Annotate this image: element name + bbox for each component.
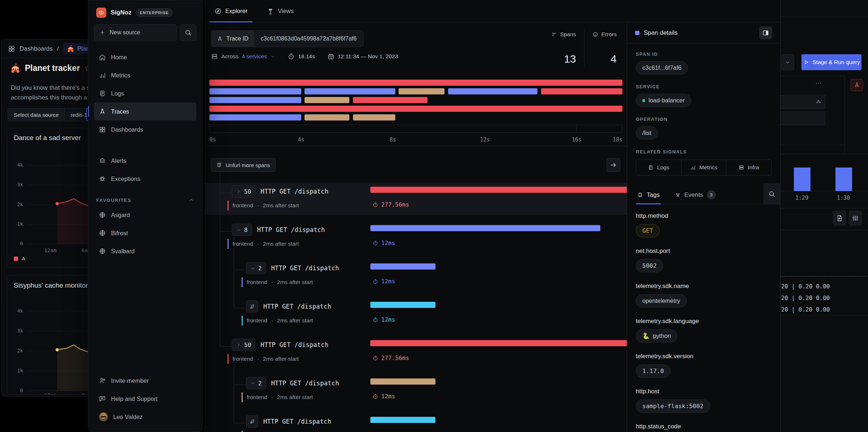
tag-key: telemetry.sdk.version	[636, 353, 771, 360]
expand-toggle[interactable]: 2	[246, 262, 266, 274]
unfurl-more-spans-button[interactable]: Unfurl more spans	[211, 158, 276, 172]
child-count: 50	[244, 188, 251, 195]
sidebar-item-dashboards[interactable]: Dashboards	[94, 120, 196, 139]
log-line[interactable]: 720 | 0.20 0.00	[778, 283, 830, 290]
x-axis-label: 12am	[44, 247, 56, 253]
tag-value: 5002	[642, 262, 657, 269]
span-row[interactable]: 2HTTP GET /dispatchfrontend·2ms after st…	[205, 375, 627, 407]
search-icon	[184, 29, 192, 36]
leaf-span-icon[interactable]	[246, 415, 258, 428]
tag-value-chip[interactable]: 🐍python	[636, 329, 677, 343]
operation-chip[interactable]: /list	[636, 126, 658, 140]
service-color-bar	[242, 277, 243, 287]
span-row[interactable]: 50HTTP GET /dispatchfrontend·2ms after s…	[205, 183, 627, 215]
minimap-brush[interactable]	[209, 125, 622, 133]
chevron-right-icon	[236, 342, 241, 347]
sidebar-item-label: Traces	[111, 108, 129, 115]
tree-connector	[220, 193, 232, 193]
y-axis-label: 3k	[11, 328, 23, 334]
collapse-panel-button[interactable]	[759, 26, 772, 39]
sidebar-item-asgard[interactable]: Asgard	[94, 206, 196, 224]
trace-id-chip[interactable]: Trace ID c3c61f0863d0a45998a72a7b8f6f7af…	[211, 30, 363, 47]
tab-tags[interactable]: Tags	[636, 186, 661, 204]
breadcrumb-root[interactable]: Dashboards	[20, 45, 53, 52]
tab-events[interactable]: Events 3	[673, 186, 717, 204]
span-row[interactable]: 50HTTP GET /dispatchfrontend·2ms after s…	[205, 336, 627, 368]
tags-search-button[interactable]	[763, 183, 780, 204]
panel-right-icon	[762, 29, 769, 37]
sidebar-item-home[interactable]: Home	[94, 48, 196, 66]
minimap-row[interactable]	[209, 106, 622, 112]
related-infra-button[interactable]: Infra	[726, 160, 771, 175]
sidebar-item-traces[interactable]: Traces	[94, 102, 196, 120]
expand-toggle[interactable]: 50	[232, 339, 255, 351]
chat-icon	[99, 395, 106, 402]
query-input-fragment[interactable]	[780, 95, 825, 109]
span-row[interactable]: HTTP GET /dispatchfrontend·2ms after sta…	[205, 413, 627, 432]
span-duration: 12ms	[373, 278, 395, 285]
tag-value-chip[interactable]: GET	[636, 224, 660, 237]
options-button[interactable]	[849, 211, 862, 225]
sidebar-search-button[interactable]	[180, 24, 196, 41]
sidebar-footer-leo-valdez[interactable]: Leo Valdez	[94, 408, 196, 426]
span-duration-bar[interactable]	[370, 340, 627, 346]
sidebar-item-alerts[interactable]: Alerts	[94, 152, 196, 170]
search-icon	[768, 190, 775, 198]
query-input-fragment[interactable]	[780, 111, 825, 125]
span-duration-bar[interactable]	[370, 302, 435, 308]
favourites-header[interactable]: FAVOURITES	[94, 197, 196, 203]
datasource-select[interactable]: Select data source redis-1	[8, 108, 93, 121]
related-logs-button[interactable]: Logs	[636, 160, 681, 175]
tag-value-chip[interactable]: opentelemetry	[636, 294, 687, 308]
expand-toggle[interactable]: 50	[232, 185, 255, 198]
span-duration-bar[interactable]	[370, 263, 435, 270]
sidebar-footer-label: Help and Support	[111, 395, 157, 402]
tab-explorer[interactable]: Explorer	[209, 0, 252, 22]
tab-views[interactable]: Views	[262, 0, 299, 22]
explorer-background-strip: Stage & Run query A 1:291:30 720 | 0.20 …	[780, 0, 868, 432]
minimap-row[interactable]	[209, 80, 622, 86]
export-button[interactable]	[833, 211, 846, 225]
query-a-chip[interactable]: A	[851, 79, 863, 91]
span-name: HTTP GET /dispatch	[263, 303, 331, 310]
leaf-span-icon[interactable]	[246, 300, 258, 313]
span-duration-bar[interactable]	[370, 378, 435, 385]
sidebar: SigNoz ENTERPRISE New source HomeMetrics…	[88, 0, 203, 432]
services-dropdown[interactable]: Across 4 services	[211, 53, 275, 60]
more-options-icon[interactable]	[815, 80, 822, 88]
span-row[interactable]: HTTP GET /dispatchfrontend·2ms after sta…	[205, 298, 627, 330]
scroll-right-button[interactable]	[607, 158, 620, 172]
sidebar-item-svalbard[interactable]: Svalbard	[94, 242, 196, 260]
sidebar-footer-invite-member[interactable]: Invite member	[94, 372, 196, 390]
span-id-chip[interactable]: c3c61f...6f7af6	[636, 61, 688, 75]
log-line[interactable]: 720 | 0.20 0.00	[778, 306, 830, 313]
log-line[interactable]: 720 | 0.20 0.00	[778, 295, 830, 301]
sidebar-item-label: Bifrost	[111, 230, 128, 237]
span-row[interactable]: 2HTTP GET /dispatchfrontend·2ms after st…	[205, 260, 627, 292]
trace-minimap[interactable]: 0s4s8s12s16s18s	[205, 75, 627, 146]
new-source-button[interactable]: New source	[94, 24, 177, 41]
dropdown-fragment[interactable]	[781, 54, 794, 70]
expand-toggle[interactable]: 8	[232, 224, 252, 236]
sidebar-item-bifrost[interactable]: Bifrost	[94, 224, 196, 242]
tag-value-chip[interactable]: 1.17.0	[636, 364, 671, 378]
expand-toggle[interactable]: 2	[246, 377, 266, 389]
globe-icon	[99, 229, 106, 237]
tag-value-chip[interactable]: 5002	[636, 259, 663, 272]
service-chip[interactable]: load-balancer	[636, 94, 691, 107]
sidebar-footer-help-and-support[interactable]: Help and Support	[94, 390, 196, 408]
span-row[interactable]: 8HTTP GET /dispatchfrontend·2ms after st…	[205, 221, 627, 253]
tag-value-chip[interactable]: sample-flask:5002	[636, 399, 710, 413]
related-metrics-button[interactable]: Metrics	[681, 160, 726, 175]
span-duration-bar[interactable]	[370, 187, 627, 193]
sidebar-item-logs[interactable]: Logs	[94, 84, 196, 102]
sidebar-item-exceptions[interactable]: Exceptions	[94, 170, 196, 188]
y-axis-label: 1k	[11, 221, 23, 227]
minimap-row[interactable]	[209, 97, 622, 103]
span-duration-bar[interactable]	[370, 417, 435, 423]
span-duration-bar[interactable]	[370, 225, 600, 231]
minimap-row[interactable]	[209, 88, 622, 94]
sidebar-item-metrics[interactable]: Metrics	[94, 66, 196, 84]
minimap-row[interactable]	[209, 114, 622, 120]
stage-run-query-button[interactable]: Stage & Run query	[801, 54, 861, 70]
